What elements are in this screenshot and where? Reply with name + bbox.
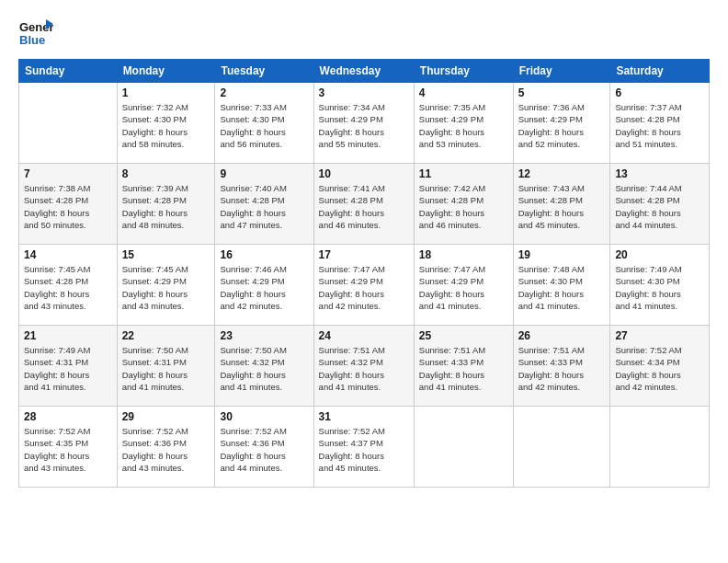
logo: General Blue — [18, 15, 53, 50]
day-info: Sunrise: 7:39 AMSunset: 4:28 PMDaylight:… — [122, 182, 210, 231]
day-number: 1 — [122, 86, 210, 99]
calendar-week-4: 21Sunrise: 7:49 AMSunset: 4:31 PMDayligh… — [19, 326, 710, 407]
calendar-cell: 2Sunrise: 7:33 AMSunset: 4:30 PMDaylight… — [215, 83, 313, 164]
day-info: Sunrise: 7:32 AMSunset: 4:30 PMDaylight:… — [122, 101, 210, 150]
day-number: 10 — [319, 167, 409, 180]
day-info: Sunrise: 7:36 AMSunset: 4:29 PMDaylight:… — [518, 101, 606, 150]
calendar-cell: 6Sunrise: 7:37 AMSunset: 4:28 PMDaylight… — [610, 83, 710, 164]
day-info: Sunrise: 7:43 AMSunset: 4:28 PMDaylight:… — [518, 182, 606, 231]
day-number: 6 — [615, 86, 704, 99]
day-number: 24 — [319, 329, 409, 342]
day-info: Sunrise: 7:45 AMSunset: 4:28 PMDaylight:… — [24, 263, 112, 312]
day-number: 7 — [24, 167, 112, 180]
day-number: 2 — [220, 86, 308, 99]
calendar-cell: 11Sunrise: 7:42 AMSunset: 4:28 PMDayligh… — [414, 164, 513, 245]
day-info: Sunrise: 7:50 AMSunset: 4:32 PMDaylight:… — [220, 344, 308, 393]
day-number: 5 — [518, 86, 606, 99]
day-number: 13 — [615, 167, 704, 180]
calendar-cell: 27Sunrise: 7:52 AMSunset: 4:34 PMDayligh… — [610, 326, 710, 407]
calendar-cell: 1Sunrise: 7:32 AMSunset: 4:30 PMDaylight… — [117, 83, 215, 164]
calendar-cell: 31Sunrise: 7:52 AMSunset: 4:37 PMDayligh… — [313, 407, 414, 488]
calendar-cell: 16Sunrise: 7:46 AMSunset: 4:29 PMDayligh… — [215, 245, 313, 326]
day-number: 9 — [220, 167, 308, 180]
day-number: 23 — [220, 329, 308, 342]
day-info: Sunrise: 7:38 AMSunset: 4:28 PMDaylight:… — [24, 182, 112, 231]
calendar-cell — [610, 407, 710, 488]
day-info: Sunrise: 7:40 AMSunset: 4:28 PMDaylight:… — [220, 182, 308, 231]
day-number: 4 — [419, 86, 508, 99]
day-info: Sunrise: 7:50 AMSunset: 4:31 PMDaylight:… — [122, 344, 210, 393]
day-info: Sunrise: 7:41 AMSunset: 4:28 PMDaylight:… — [319, 182, 409, 231]
day-number: 25 — [419, 329, 508, 342]
day-number: 12 — [518, 167, 606, 180]
day-info: Sunrise: 7:47 AMSunset: 4:29 PMDaylight:… — [419, 263, 508, 312]
calendar-cell: 26Sunrise: 7:51 AMSunset: 4:33 PMDayligh… — [513, 326, 610, 407]
calendar-cell: 13Sunrise: 7:44 AMSunset: 4:28 PMDayligh… — [610, 164, 710, 245]
day-info: Sunrise: 7:48 AMSunset: 4:30 PMDaylight:… — [518, 263, 606, 312]
day-info: Sunrise: 7:35 AMSunset: 4:29 PMDaylight:… — [419, 101, 508, 150]
day-number: 29 — [122, 410, 210, 423]
calendar-cell — [513, 407, 610, 488]
calendar-cell: 4Sunrise: 7:35 AMSunset: 4:29 PMDaylight… — [414, 83, 513, 164]
logo-bird-icon: General Blue — [18, 15, 53, 50]
day-info: Sunrise: 7:51 AMSunset: 4:32 PMDaylight:… — [319, 344, 409, 393]
day-number: 21 — [24, 329, 112, 342]
day-info: Sunrise: 7:52 AMSunset: 4:34 PMDaylight:… — [615, 344, 704, 393]
calendar-cell: 28Sunrise: 7:52 AMSunset: 4:35 PMDayligh… — [19, 407, 118, 488]
calendar-cell: 14Sunrise: 7:45 AMSunset: 4:28 PMDayligh… — [19, 245, 118, 326]
day-number: 28 — [24, 410, 112, 423]
calendar-cell: 9Sunrise: 7:40 AMSunset: 4:28 PMDaylight… — [215, 164, 313, 245]
day-number: 30 — [220, 410, 308, 423]
day-number: 16 — [220, 248, 308, 261]
column-header-tuesday: Tuesday — [215, 60, 313, 83]
day-info: Sunrise: 7:52 AMSunset: 4:36 PMDaylight:… — [220, 425, 308, 474]
calendar-cell: 25Sunrise: 7:51 AMSunset: 4:33 PMDayligh… — [414, 326, 513, 407]
calendar-cell: 24Sunrise: 7:51 AMSunset: 4:32 PMDayligh… — [313, 326, 414, 407]
day-info: Sunrise: 7:51 AMSunset: 4:33 PMDaylight:… — [419, 344, 508, 393]
day-number: 11 — [419, 167, 508, 180]
calendar-page: General Blue SundayMondayTuesdayWednesda… — [0, 0, 728, 563]
calendar-cell — [19, 83, 118, 164]
day-info: Sunrise: 7:33 AMSunset: 4:30 PMDaylight:… — [220, 101, 308, 150]
calendar-cell: 3Sunrise: 7:34 AMSunset: 4:29 PMDaylight… — [313, 83, 414, 164]
column-header-wednesday: Wednesday — [313, 60, 414, 83]
calendar-cell — [414, 407, 513, 488]
calendar-week-1: 1Sunrise: 7:32 AMSunset: 4:30 PMDaylight… — [19, 83, 710, 164]
header-row: SundayMondayTuesdayWednesdayThursdayFrid… — [19, 60, 710, 83]
svg-text:Blue: Blue — [19, 33, 45, 47]
calendar-cell: 20Sunrise: 7:49 AMSunset: 4:30 PMDayligh… — [610, 245, 710, 326]
day-info: Sunrise: 7:44 AMSunset: 4:28 PMDaylight:… — [615, 182, 704, 231]
day-info: Sunrise: 7:37 AMSunset: 4:28 PMDaylight:… — [615, 101, 704, 150]
calendar-cell: 19Sunrise: 7:48 AMSunset: 4:30 PMDayligh… — [513, 245, 610, 326]
day-info: Sunrise: 7:47 AMSunset: 4:29 PMDaylight:… — [319, 263, 409, 312]
day-number: 22 — [122, 329, 210, 342]
header: General Blue — [18, 15, 710, 50]
day-info: Sunrise: 7:52 AMSunset: 4:36 PMDaylight:… — [122, 425, 210, 474]
day-info: Sunrise: 7:49 AMSunset: 4:30 PMDaylight:… — [615, 263, 704, 312]
calendar-cell: 8Sunrise: 7:39 AMSunset: 4:28 PMDaylight… — [117, 164, 215, 245]
calendar-cell: 17Sunrise: 7:47 AMSunset: 4:29 PMDayligh… — [313, 245, 414, 326]
column-header-saturday: Saturday — [610, 60, 710, 83]
day-info: Sunrise: 7:52 AMSunset: 4:37 PMDaylight:… — [319, 425, 409, 474]
day-number: 8 — [122, 167, 210, 180]
calendar-cell: 12Sunrise: 7:43 AMSunset: 4:28 PMDayligh… — [513, 164, 610, 245]
day-number: 31 — [319, 410, 409, 423]
calendar-week-2: 7Sunrise: 7:38 AMSunset: 4:28 PMDaylight… — [19, 164, 710, 245]
day-number: 26 — [518, 329, 606, 342]
day-info: Sunrise: 7:45 AMSunset: 4:29 PMDaylight:… — [122, 263, 210, 312]
calendar-cell: 29Sunrise: 7:52 AMSunset: 4:36 PMDayligh… — [117, 407, 215, 488]
calendar-cell: 15Sunrise: 7:45 AMSunset: 4:29 PMDayligh… — [117, 245, 215, 326]
day-number: 27 — [615, 329, 704, 342]
day-info: Sunrise: 7:52 AMSunset: 4:35 PMDaylight:… — [24, 425, 112, 474]
day-info: Sunrise: 7:42 AMSunset: 4:28 PMDaylight:… — [419, 182, 508, 231]
column-header-thursday: Thursday — [414, 60, 513, 83]
column-header-sunday: Sunday — [19, 60, 118, 83]
day-number: 14 — [24, 248, 112, 261]
calendar-cell: 22Sunrise: 7:50 AMSunset: 4:31 PMDayligh… — [117, 326, 215, 407]
day-info: Sunrise: 7:51 AMSunset: 4:33 PMDaylight:… — [518, 344, 606, 393]
day-number: 18 — [419, 248, 508, 261]
day-number: 17 — [319, 248, 409, 261]
calendar-cell: 21Sunrise: 7:49 AMSunset: 4:31 PMDayligh… — [19, 326, 118, 407]
day-info: Sunrise: 7:49 AMSunset: 4:31 PMDaylight:… — [24, 344, 112, 393]
day-info: Sunrise: 7:34 AMSunset: 4:29 PMDaylight:… — [319, 101, 409, 150]
